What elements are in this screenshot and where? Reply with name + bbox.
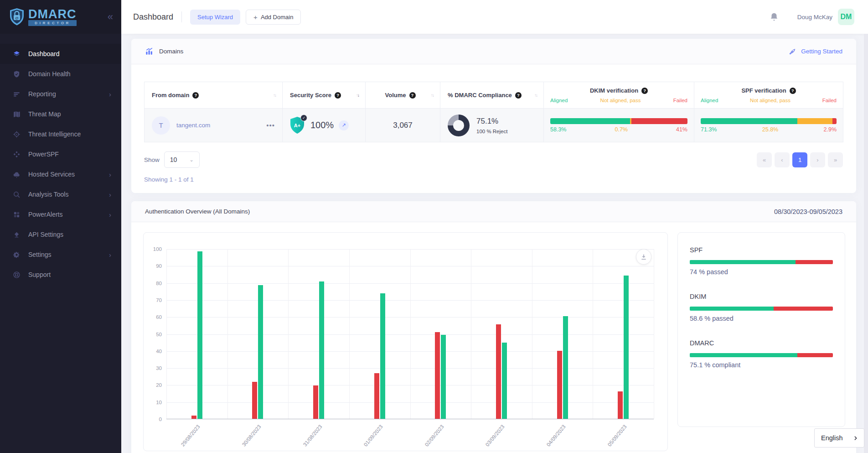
help-icon[interactable]: ? bbox=[790, 88, 796, 94]
sidebar-nav: Dashboard Domain Health Reporting › Thr bbox=[0, 34, 121, 285]
content: Domains Getting Started bbox=[121, 34, 868, 453]
help-icon[interactable]: ? bbox=[335, 92, 341, 99]
x-axis-label: 30/08/2023 bbox=[241, 424, 262, 448]
domain-avatar: T bbox=[152, 116, 170, 135]
domains-panel: Domains Getting Started bbox=[131, 39, 856, 193]
row-menu-icon[interactable]: ••• bbox=[266, 121, 275, 129]
map-icon bbox=[12, 109, 21, 119]
compliance-note: 100 % Reject bbox=[476, 129, 507, 134]
spf-stacked-bar bbox=[701, 118, 837, 124]
language-selector[interactable]: English bbox=[814, 428, 864, 448]
sidebar-item-poweralerts[interactable]: PowerAlerts › bbox=[0, 204, 121, 224]
life-ring-icon bbox=[12, 270, 21, 279]
sidebar-item-domain-health[interactable]: Domain Health bbox=[0, 64, 121, 84]
app-root: @ DMARC DIRECTOR « Dashboard Domai bbox=[0, 0, 868, 453]
chevron-right-icon: › bbox=[109, 251, 111, 259]
chevron-right-icon: › bbox=[109, 211, 111, 219]
dkim-stacked-bar bbox=[550, 118, 687, 124]
sidebar-item-threat-intelligence[interactable]: Threat Intelligence bbox=[0, 124, 121, 144]
x-axis-label: 01/09/2023 bbox=[363, 424, 384, 448]
help-icon[interactable]: ? bbox=[641, 88, 648, 94]
dmarc-summary-bar bbox=[690, 353, 833, 357]
dashboard-icon bbox=[12, 49, 21, 58]
column-dmarc-compliance: % DMARC Compliance ? ↑↓ bbox=[440, 82, 544, 109]
sort-volume[interactable]: ↑↓ bbox=[431, 93, 434, 98]
sidebar-item-hosted-services[interactable]: Hosted Services › bbox=[0, 164, 121, 184]
help-icon[interactable]: ? bbox=[515, 92, 522, 99]
pagination-page-1-button[interactable]: 1 bbox=[792, 152, 807, 167]
score-grade: A+ bbox=[294, 123, 300, 128]
crosshair-icon bbox=[12, 130, 21, 139]
column-volume: Volume ? ↑↓ bbox=[366, 82, 440, 109]
cloud-icon bbox=[12, 170, 21, 179]
score-value: 100% bbox=[310, 120, 334, 130]
report-lines-icon bbox=[12, 89, 21, 99]
domain-link[interactable]: tangent.com bbox=[176, 122, 210, 129]
sidebar-item-support[interactable]: Support bbox=[0, 265, 121, 285]
summary-dkim: DKIM 58.6 % passed bbox=[690, 293, 833, 322]
topbar: Dashboard Setup Wizard + Add Domain Doug… bbox=[121, 0, 868, 34]
magnifier-icon bbox=[12, 190, 21, 199]
shield-check-icon bbox=[12, 69, 21, 78]
brand: @ DMARC DIRECTOR « bbox=[0, 0, 121, 34]
dkim-summary-bar bbox=[690, 307, 833, 311]
help-icon[interactable]: ? bbox=[409, 92, 416, 99]
getting-started-link[interactable]: Getting Started bbox=[788, 47, 842, 56]
diamond-icon bbox=[12, 230, 21, 239]
help-icon[interactable]: ? bbox=[192, 92, 199, 99]
brand-subtitle: DIRECTOR bbox=[28, 20, 77, 26]
grid-squares-icon bbox=[12, 210, 21, 219]
auth-summary-card: SPF 74 % passed DKIM 58.6 % passed DMARC bbox=[677, 232, 845, 427]
pagination-first-button[interactable]: « bbox=[757, 152, 772, 167]
user-name[interactable]: Doug McKay bbox=[797, 14, 832, 21]
main-area: Dashboard Setup Wizard + Add Domain Doug… bbox=[121, 0, 868, 453]
chevron-right-icon: › bbox=[109, 191, 111, 198]
domains-panel-title: Domains bbox=[159, 48, 183, 55]
table-row: T tangent.com ••• A+ ✓ bbox=[145, 109, 843, 142]
spf-summary-bar bbox=[690, 260, 833, 264]
domains-panel-header: Domains Getting Started bbox=[131, 39, 856, 64]
pagination-last-button[interactable]: » bbox=[828, 152, 843, 167]
sidebar-collapse-icon[interactable]: « bbox=[108, 12, 113, 22]
auth-overview-panel: Authentication Overview (All Domains) 08… bbox=[131, 201, 856, 453]
pagination-next-button[interactable]: › bbox=[810, 152, 825, 167]
security-score-badge: A+ ✓ bbox=[289, 116, 305, 135]
add-domain-button[interactable]: + Add Domain bbox=[246, 10, 301, 25]
open-score-link-icon[interactable]: ↗ bbox=[339, 120, 349, 130]
pagination-prev-button[interactable]: ‹ bbox=[775, 152, 790, 167]
x-axis-label: 31/08/2023 bbox=[302, 424, 323, 448]
sidebar-item-threat-map[interactable]: Threat Map bbox=[0, 104, 121, 124]
chevron-right-icon: › bbox=[109, 90, 111, 98]
sidebar-item-settings[interactable]: Settings › bbox=[0, 245, 121, 265]
brand-title: DMARC bbox=[28, 8, 77, 20]
domains-table: From domain ? ↑↓ Security Score ? bbox=[144, 82, 843, 142]
sidebar-item-analysis-tools[interactable]: Analysis Tools › bbox=[0, 184, 121, 204]
auth-chart-card: 010203040506070809010029/08/202330/08/20… bbox=[143, 232, 668, 451]
diamonds-cluster-icon bbox=[12, 150, 21, 159]
notifications-bell-icon[interactable] bbox=[769, 12, 779, 22]
page-size-select[interactable]: 10 ⌄ bbox=[164, 151, 200, 168]
sidebar-item-dashboard[interactable]: Dashboard bbox=[0, 44, 121, 64]
sort-security-score[interactable]: ↑↓ bbox=[356, 93, 359, 98]
x-axis-label: 04/09/2023 bbox=[546, 424, 567, 448]
sidebar-item-powerspf[interactable]: PowerSPF bbox=[0, 144, 121, 164]
bar-chart-icon bbox=[145, 47, 154, 56]
sort-from-domain[interactable]: ↑↓ bbox=[273, 93, 276, 98]
auth-overview-header: Authentication Overview (All Domains) 08… bbox=[131, 201, 856, 222]
sidebar-item-reporting[interactable]: Reporting › bbox=[0, 84, 121, 104]
sort-dmarc-compliance[interactable]: ↑↓ bbox=[534, 93, 537, 98]
svg-text:@: @ bbox=[15, 16, 19, 20]
compliance-donut bbox=[448, 115, 470, 136]
auth-bar-chart: 010203040506070809010029/08/202330/08/20… bbox=[166, 249, 654, 419]
sidebar-item-api-settings[interactable]: API Settings bbox=[0, 224, 121, 245]
page-title: Dashboard bbox=[133, 12, 173, 22]
user-avatar[interactable]: DM bbox=[838, 9, 854, 25]
scrollbar[interactable] bbox=[864, 34, 868, 453]
download-chart-button[interactable] bbox=[636, 249, 651, 265]
x-axis-label: 29/08/2023 bbox=[180, 424, 201, 448]
auth-overview-title: Authentication Overview (All Domains) bbox=[145, 208, 250, 215]
column-from-domain: From domain ? ↑↓ bbox=[145, 82, 283, 109]
sidebar: @ DMARC DIRECTOR « Dashboard Domai bbox=[0, 0, 121, 453]
setup-wizard-button[interactable]: Setup Wizard bbox=[190, 10, 240, 25]
shield-lock-logo-icon: @ bbox=[9, 8, 25, 26]
